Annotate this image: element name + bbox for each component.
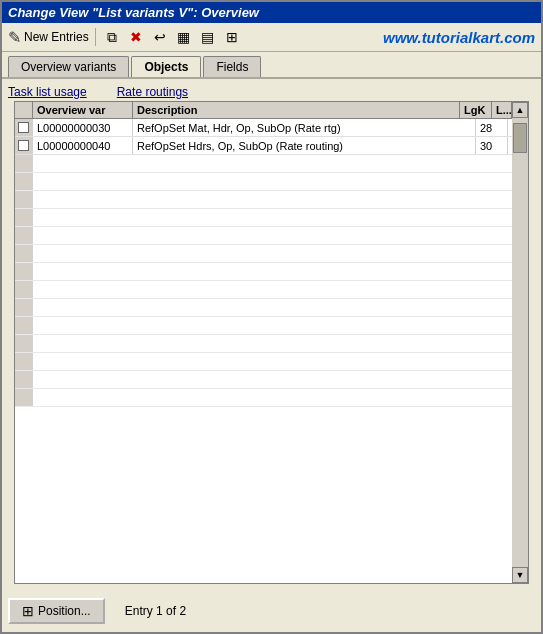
row1-check[interactable] bbox=[15, 119, 33, 136]
empty-row bbox=[15, 353, 528, 371]
scroll-down-button[interactable]: ▼ bbox=[512, 567, 528, 583]
position-button[interactable]: ⊞ Position... bbox=[8, 598, 105, 624]
delete-icon[interactable]: ✖ bbox=[126, 27, 146, 47]
table-icon[interactable]: ▤ bbox=[198, 27, 218, 47]
th-lgk: LgK bbox=[460, 102, 492, 118]
footer: ⊞ Position... Entry 1 of 2 bbox=[2, 590, 541, 632]
empty-row bbox=[15, 209, 528, 227]
table-wrapper: Overview var Description LgK L... L00000… bbox=[8, 101, 535, 584]
config-icon[interactable]: ⊞ bbox=[222, 27, 242, 47]
main-window: Change View "List variants V": Overview … bbox=[0, 0, 543, 634]
subtabs-area: Task list usage Rate routings bbox=[2, 79, 541, 101]
select-icon[interactable]: ▦ bbox=[174, 27, 194, 47]
watermark-text: www.tutorialkart.com bbox=[383, 29, 535, 46]
row1-lgk: 28 bbox=[476, 119, 508, 136]
row1-description: RefOpSet Mat, Hdr, Op, SubOp (Rate rtg) bbox=[133, 119, 476, 136]
row1-checkbox[interactable] bbox=[18, 122, 29, 133]
empty-row bbox=[15, 317, 528, 335]
row2-check[interactable] bbox=[15, 137, 33, 154]
tab-bar: Overview variants Objects Fields bbox=[2, 52, 541, 79]
table-area: Overview var Description LgK L... L00000… bbox=[14, 101, 529, 584]
tab-fields[interactable]: Fields bbox=[203, 56, 261, 77]
th-description: Description bbox=[133, 102, 460, 118]
new-entries-icon: ✎ bbox=[8, 28, 21, 47]
subtab-rate-routings[interactable]: Rate routings bbox=[117, 85, 188, 99]
title-bar: Change View "List variants V": Overview bbox=[2, 2, 541, 23]
copy-icon[interactable]: ⧉ bbox=[102, 27, 122, 47]
position-button-icon: ⊞ bbox=[22, 603, 34, 619]
tab-objects[interactable]: Objects bbox=[131, 56, 201, 77]
row2-overview-var: L00000000040 bbox=[33, 137, 133, 154]
tab-overview-variants[interactable]: Overview variants bbox=[8, 56, 129, 77]
new-entries-label: New Entries bbox=[24, 30, 89, 44]
vertical-scrollbar[interactable]: ▲ ▼ bbox=[512, 102, 528, 583]
scroll-thumb[interactable] bbox=[513, 123, 527, 153]
empty-row bbox=[15, 155, 528, 173]
empty-row bbox=[15, 335, 528, 353]
empty-row bbox=[15, 173, 528, 191]
table-body: L00000000030 RefOpSet Mat, Hdr, Op, SubO… bbox=[15, 119, 528, 583]
empty-row bbox=[15, 281, 528, 299]
th-l: L... bbox=[492, 102, 512, 118]
new-entries-button[interactable]: ✎ New Entries bbox=[8, 28, 89, 47]
table-header: Overview var Description LgK L... bbox=[15, 102, 528, 119]
row2-description: RefOpSet Hdrs, Op, SubOp (Rate routing) bbox=[133, 137, 476, 154]
th-overview-var: Overview var bbox=[33, 102, 133, 118]
separator-1 bbox=[95, 28, 96, 46]
row2-lgk: 30 bbox=[476, 137, 508, 154]
scroll-up-button[interactable]: ▲ bbox=[512, 102, 528, 118]
table-row[interactable]: L00000000030 RefOpSet Mat, Hdr, Op, SubO… bbox=[15, 119, 528, 137]
empty-row bbox=[15, 245, 528, 263]
undo-icon[interactable]: ↩ bbox=[150, 27, 170, 47]
empty-row bbox=[15, 299, 528, 317]
subtab-task-list-usage[interactable]: Task list usage bbox=[8, 85, 87, 99]
position-button-label: Position... bbox=[38, 604, 91, 618]
scroll-track[interactable] bbox=[512, 118, 528, 567]
toolbar: ✎ New Entries ⧉ ✖ ↩ ▦ ▤ ⊞ www.tutorialka… bbox=[2, 23, 541, 52]
empty-row bbox=[15, 263, 528, 281]
entry-count: Entry 1 of 2 bbox=[125, 604, 186, 618]
empty-row bbox=[15, 227, 528, 245]
empty-row bbox=[15, 389, 528, 407]
empty-row bbox=[15, 371, 528, 389]
title-bar-text: Change View "List variants V": Overview bbox=[8, 5, 259, 20]
th-check bbox=[15, 102, 33, 118]
empty-row bbox=[15, 191, 528, 209]
row1-overview-var: L00000000030 bbox=[33, 119, 133, 136]
row2-checkbox[interactable] bbox=[18, 140, 29, 151]
table-row[interactable]: L00000000040 RefOpSet Hdrs, Op, SubOp (R… bbox=[15, 137, 528, 155]
